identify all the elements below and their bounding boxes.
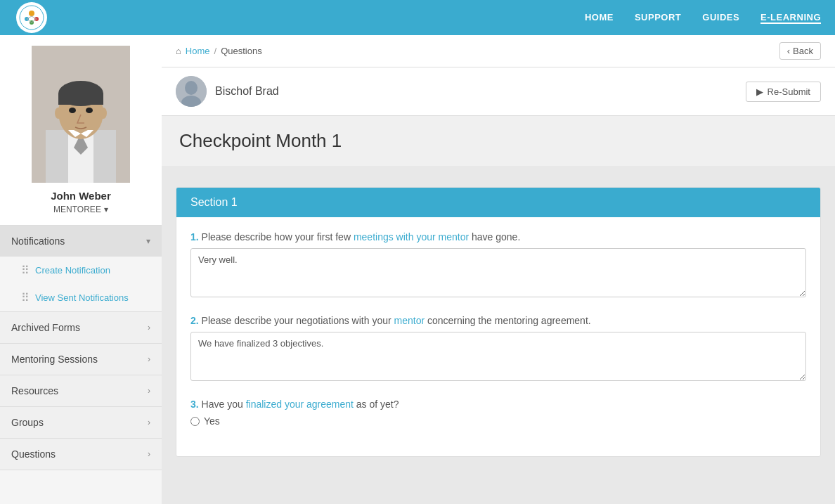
question-3-options: Yes	[190, 415, 806, 427]
q3-number: 3.	[190, 399, 199, 410]
sidebar-section-mentoring: Mentoring Sessions ›	[0, 344, 162, 375]
sidebar-section-notifications: Notifications ▾ ⠿ Create Notification ⠿ …	[0, 226, 162, 312]
sidebar-archived-header[interactable]: Archived Forms ›	[0, 312, 162, 343]
sidebar-item-create-notification[interactable]: ⠿ Create Notification	[0, 257, 162, 284]
logo[interactable]	[14, 2, 49, 33]
sidebar-section-resources: Resources ›	[0, 375, 162, 407]
dots-icon-2: ⠿	[21, 291, 30, 304]
user-role[interactable]: MENTOREE ▾	[11, 205, 151, 214]
nav-guides[interactable]: GUIDES	[702, 12, 739, 24]
play-icon: ▶	[756, 86, 763, 97]
sidebar-item-view-sent[interactable]: ⠿ View Sent Notifications	[0, 284, 162, 311]
q1-text-before: Please describe how your first few	[202, 231, 354, 243]
breadcrumb-home-link[interactable]: Home	[186, 46, 210, 56]
sidebar-mentoring-header[interactable]: Mentoring Sessions ›	[0, 344, 162, 375]
breadcrumb-bar: ⌂ Home / Questions ‹ Back	[162, 35, 835, 67]
q2-number: 2.	[190, 315, 199, 326]
q3-text-before: Have you	[202, 399, 246, 410]
question-3-yes-radio[interactable]	[190, 417, 200, 426]
sidebar-notifications-items: ⠿ Create Notification ⠿ View Sent Notifi…	[0, 257, 162, 311]
nav-support[interactable]: SUPPORT	[635, 12, 681, 24]
mentor-info: Bischof Brad	[176, 76, 279, 107]
content-area: ⌂ Home / Questions ‹ Back Bis	[162, 35, 835, 504]
section-1-body: 1. Please describe how your first few me…	[176, 217, 820, 456]
svg-point-1	[29, 11, 34, 16]
q1-highlight: meetings with your mentor	[354, 231, 469, 243]
back-chevron-icon: ‹	[787, 46, 790, 56]
sidebar-section-questions: Questions ›	[0, 439, 162, 470]
dots-icon: ⠿	[21, 264, 30, 277]
question-3: 3. Have you finalized your agreement as …	[190, 399, 806, 427]
form-content: Section 1 1. Please describe how your fi…	[162, 166, 835, 467]
breadcrumb-current: Questions	[221, 46, 262, 56]
question-3-label: 3. Have you finalized your agreement as …	[190, 399, 806, 410]
nav-elearning[interactable]: E-LEARNING	[760, 12, 821, 24]
mentor-name: Bischof Brad	[215, 85, 279, 98]
question-2: 2. Please describe your negotiations wit…	[190, 315, 806, 383]
q2-text-before: Please describe your negotiations with y…	[202, 315, 394, 326]
q3-highlight: finalized your agreement	[246, 399, 354, 410]
sidebar-section-archived: Archived Forms ›	[0, 312, 162, 344]
top-navigation: HOME SUPPORT GUIDES E-LEARNING	[0, 0, 835, 35]
sidebar-resources-header[interactable]: Resources ›	[0, 375, 162, 406]
q1-number: 1.	[190, 231, 199, 243]
svg-point-20	[55, 108, 62, 119]
form-title: Checkpoint Month 1	[179, 130, 817, 152]
nav-home[interactable]: HOME	[585, 12, 614, 24]
sidebar-groups-header[interactable]: Groups ›	[0, 407, 162, 438]
svg-rect-15	[58, 93, 103, 105]
sidebar-section-groups: Groups ›	[0, 407, 162, 439]
form-card: Section 1 1. Please describe how your fi…	[176, 187, 821, 457]
breadcrumb: ⌂ Home / Questions	[176, 46, 262, 56]
q2-text-after: concerning the mentoring agreement.	[425, 315, 591, 326]
question-2-answer[interactable]: We have finalized 3 objectives.	[190, 332, 806, 381]
user-avatar	[32, 46, 130, 183]
question-2-label: 2. Please describe your negotiations wit…	[190, 315, 806, 326]
sidebar: John Weber MENTOREE ▾ Notifications ▾ ⠿ …	[0, 35, 162, 504]
user-profile: John Weber MENTOREE ▾	[0, 35, 162, 226]
sidebar-nav: Notifications ▾ ⠿ Create Notification ⠿ …	[0, 226, 162, 504]
resubmit-button[interactable]: ▶ Re-Submit	[746, 82, 821, 102]
svg-point-23	[185, 81, 198, 95]
sidebar-notifications-header[interactable]: Notifications ▾	[0, 226, 162, 257]
q2-highlight: mentor	[394, 315, 425, 326]
back-button[interactable]: ‹ Back	[779, 42, 821, 60]
question-1-label: 1. Please describe how your first few me…	[190, 231, 806, 243]
svg-point-21	[100, 108, 107, 119]
main-layout: John Weber MENTOREE ▾ Notifications ▾ ⠿ …	[0, 35, 835, 504]
user-name: John Weber	[11, 190, 151, 202]
q3-text-after: as of yet?	[354, 399, 399, 410]
sidebar-questions-header[interactable]: Questions ›	[0, 439, 162, 470]
svg-point-17	[86, 108, 93, 113]
svg-point-16	[69, 108, 76, 113]
question-1-answer[interactable]: Very well.	[190, 248, 806, 297]
question-3-yes-label[interactable]: Yes	[204, 415, 220, 427]
nav-links: HOME SUPPORT GUIDES E-LEARNING	[585, 12, 821, 24]
q1-text-after: have gone.	[469, 231, 520, 243]
question-1: 1. Please describe how your first few me…	[190, 231, 806, 299]
mentor-bar: Bischof Brad ▶ Re-Submit	[162, 67, 835, 116]
breadcrumb-home-icon: ⌂	[176, 46, 181, 56]
form-title-section: Checkpoint Month 1	[162, 116, 835, 166]
section-1-header: Section 1	[176, 188, 820, 217]
breadcrumb-separator: /	[214, 46, 217, 56]
svg-point-0	[20, 6, 44, 30]
mentor-avatar	[176, 76, 207, 107]
